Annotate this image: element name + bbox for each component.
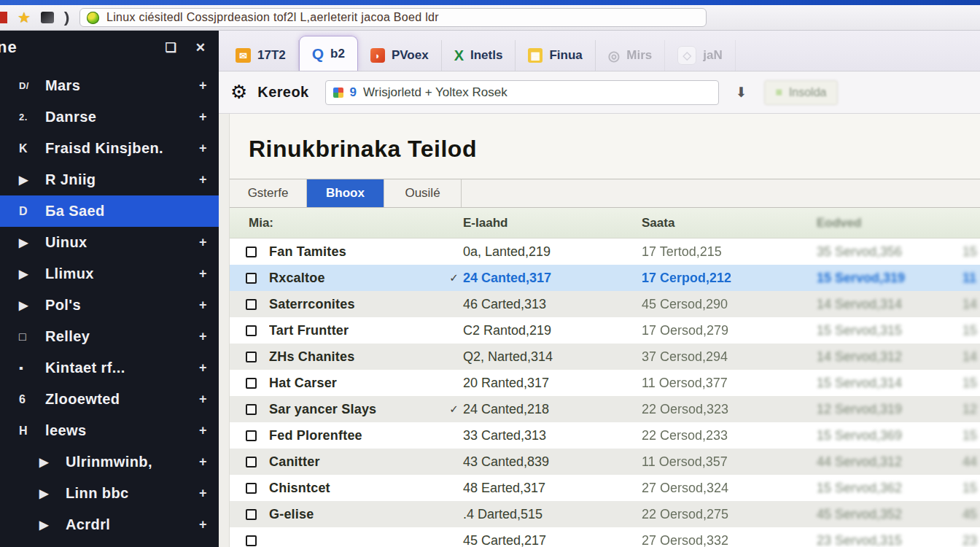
expand-plus-icon[interactable]: +: [199, 109, 207, 125]
app-tab[interactable]: XInetls: [442, 40, 516, 71]
row-col3-value: 11 Oersod,377: [642, 376, 817, 391]
expand-plus-icon[interactable]: +: [199, 329, 207, 344]
table-row[interactable]: 45 Carted,21727 Oersod,33223 Servod,3152…: [230, 527, 980, 547]
sidebar-item[interactable]: ▪Kintaet rf...+: [0, 352, 219, 384]
sidebar-item-label: Danrse: [45, 109, 96, 125]
app-tab[interactable]: ✉17T2: [223, 40, 299, 71]
app-tab[interactable]: ▦Finua: [516, 40, 595, 71]
expand-plus-icon[interactable]: +: [199, 172, 207, 187]
expand-plus-icon[interactable]: +: [199, 486, 207, 501]
sidebar-item-label: Zlooewted: [45, 391, 120, 408]
table-row[interactable]: Tart FruntterC2 Rantod,21917 Oersod,2791…: [230, 317, 980, 344]
sidebar-item[interactable]: ▶Uinux+: [0, 227, 219, 258]
app-tab[interactable]: ◗PVoex: [358, 40, 442, 71]
row-checkbox[interactable]: [246, 247, 257, 257]
panel-layout-icon[interactable]: ❏: [166, 40, 176, 55]
sidebar-item-label: Pol's: [45, 297, 81, 314]
view-tab[interactable]: Bhoox: [307, 179, 384, 207]
column-header-col3[interactable]: Saata: [642, 216, 817, 230]
row-checkbox[interactable]: [246, 404, 257, 415]
row-checkbox[interactable]: [246, 430, 257, 441]
view-tab[interactable]: Ousilé: [384, 179, 462, 207]
table-row[interactable]: Saterrconites46 Carted,31345 Cersod,2901…: [230, 291, 980, 317]
refresh-icon[interactable]: ): [64, 9, 70, 26]
sidebar-item[interactable]: ▶Llimux+: [0, 258, 219, 290]
sidebar-item-label: Ба Saed: [45, 203, 105, 220]
row-col3-value: 17 Tertod,215: [642, 244, 817, 260]
column-header-name[interactable]: Mia:: [230, 216, 463, 230]
expand-plus-icon[interactable]: +: [199, 517, 207, 532]
table-row[interactable]: Fan Tamites0a, Lanted,21917 Tertod,21535…: [230, 238, 980, 265]
app-tab[interactable]: ◎Mirs: [596, 40, 666, 71]
table-row[interactable]: Canitter43 Canted,83911 Oersod,35744 Ser…: [230, 449, 980, 475]
app-tab-label: b2: [330, 47, 345, 61]
expand-plus-icon[interactable]: +: [199, 235, 207, 250]
table-row[interactable]: Fed Plorenftee33 Carted,31322 Cersod,233…: [230, 422, 980, 449]
row-checkbox[interactable]: [246, 325, 257, 336]
row-checkbox[interactable]: [246, 273, 257, 284]
expand-plus-icon[interactable]: +: [199, 392, 207, 407]
expand-plus-icon[interactable]: +: [199, 78, 207, 93]
sidebar-item[interactable]: ▶Pol's+: [0, 290, 219, 321]
expand-plus-icon[interactable]: +: [199, 298, 207, 313]
view-tab[interactable]: Gsterfe: [230, 179, 307, 207]
close-icon[interactable]: ✕: [195, 40, 206, 55]
row-checkbox[interactable]: [246, 378, 257, 389]
expand-plus-icon[interactable]: +: [199, 266, 207, 282]
window-icon[interactable]: [41, 12, 54, 23]
sidebar-item[interactable]: D/Mars+: [0, 70, 219, 101]
row-checkbox[interactable]: [246, 535, 257, 546]
row-checkbox[interactable]: [246, 352, 257, 362]
download-icon[interactable]: ⬇: [729, 80, 754, 105]
app-tab[interactable]: ◇jaN: [665, 40, 735, 71]
row-col3-value: 27 Oersod,332: [642, 533, 817, 547]
sidebar-item-bullet-icon: D: [19, 205, 45, 218]
address-text[interactable]: Linux ciésitedl Cossjprdeasion tof2l L,a…: [106, 11, 439, 24]
sidebar-item-bullet-icon: D/: [19, 80, 45, 91]
sidebar-item[interactable]: 6Zlooewted+: [0, 384, 219, 415]
table-row[interactable]: ZHs ChanitesQ2, Narted,31437 Cersod,2941…: [230, 344, 980, 370]
search-input-value[interactable]: Wrisjorletd + Yoltex Rosek: [363, 85, 508, 100]
column-header-col4[interactable]: Eodved: [817, 216, 962, 230]
expand-plus-icon[interactable]: +: [199, 423, 207, 438]
row-col2-value: 24 Canted,317: [463, 271, 642, 286]
sidebar-item[interactable]: Hleews+: [0, 415, 219, 446]
sidebar-item-bullet-icon: 2.: [19, 112, 45, 123]
row-checkbox[interactable]: [246, 299, 257, 310]
install-button[interactable]: ≡ Insolda: [764, 80, 839, 105]
address-bar[interactable]: Linux ciésitedl Cossjprdeasion tof2l L,a…: [79, 8, 707, 27]
row-checkbox[interactable]: [246, 509, 257, 520]
row-col4-value: 15 Servod,362: [817, 481, 962, 496]
row-col5-value: 44: [962, 454, 980, 470]
sidebar-item[interactable]: ▶Ulrinmwinb,+: [0, 446, 219, 478]
table-row[interactable]: Rxcaltoe✓24 Canted,31717 Cerpod,21215 Se…: [230, 265, 980, 291]
expand-plus-icon[interactable]: +: [199, 360, 207, 376]
table-row[interactable]: Chisntcet48 Earted,31727 Oersod,32415 Se…: [230, 475, 980, 501]
row-col2-value: 24 Canted,218: [463, 402, 642, 417]
row-checkbox[interactable]: [246, 457, 257, 468]
expand-plus-icon[interactable]: +: [199, 454, 207, 470]
sidebar-item[interactable]: ▶Acrdrl+: [0, 509, 219, 540]
grid-icon: ▦: [528, 48, 542, 63]
expand-plus-icon[interactable]: +: [199, 141, 207, 156]
sidebar-item[interactable]: ▶R Jniig+: [0, 164, 219, 195]
install-button-label: Insolda: [789, 86, 827, 99]
sidebar-item[interactable]: DБа Saed: [0, 195, 219, 227]
bookmark-star-icon[interactable]: ★: [18, 9, 31, 26]
row-checkbox[interactable]: [246, 483, 257, 494]
row-col4-value: 15 Servod,314: [817, 376, 962, 391]
app-tab[interactable]: Qb2: [299, 36, 358, 71]
table-row[interactable]: G-elise.4 Darted,51522 Oersod,27545 Serv…: [230, 501, 980, 527]
column-header-col2[interactable]: E-laahd: [463, 216, 642, 230]
sidebar-item[interactable]: ▶Linn bbc+: [0, 478, 219, 509]
sidebar-item[interactable]: □Relley+: [0, 321, 219, 352]
sidebar-title: ne: [0, 38, 18, 57]
sidebar-item[interactable]: 2.Danrse+: [0, 101, 219, 133]
table-row[interactable]: Sar yancer Slays✓24 Canted,21822 Oersod,…: [230, 396, 980, 422]
sidebar-item-label: Ulrinmwinb,: [66, 454, 152, 470]
table-row[interactable]: Hat Carser20 Ranted,31711 Oersod,37715 S…: [230, 370, 980, 396]
gear-icon[interactable]: ⚙: [230, 81, 247, 104]
sidebar-item[interactable]: KFraisd Kinsjben.+: [0, 133, 219, 164]
search-input[interactable]: 9 Wrisjorletd + Yoltex Rosek: [325, 80, 719, 105]
sidebar-item-label: Uinux: [45, 234, 88, 251]
